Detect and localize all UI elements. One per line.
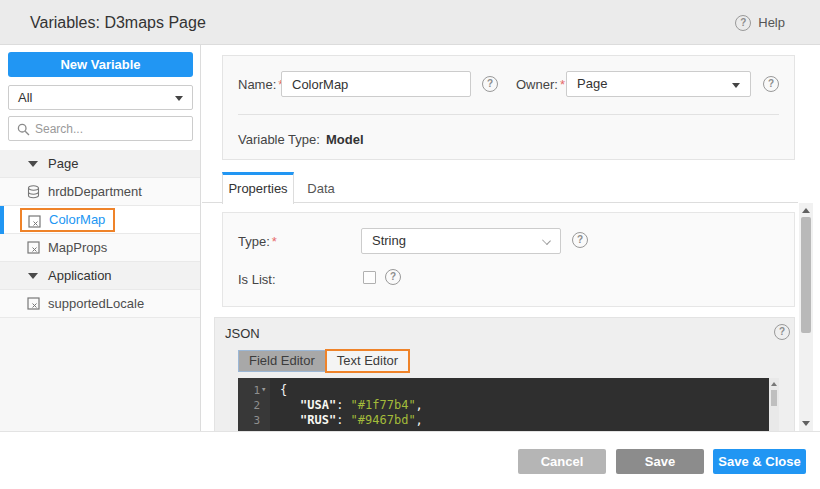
owner-value: Page <box>577 76 607 91</box>
code-line: 3 "RUS": "#9467bd", <box>238 413 779 428</box>
json-value: "#9467bd" <box>351 413 416 427</box>
dropdown-caret-icon <box>175 96 183 101</box>
variable-search <box>8 116 193 141</box>
help-question-icon: ? <box>735 15 751 31</box>
tree-group-label: Page <box>48 150 78 177</box>
type-value: String <box>372 233 406 248</box>
name-input[interactable] <box>281 71 471 97</box>
tree-group-label: Application <box>48 262 112 289</box>
tree-item-label: ColorMap <box>49 210 105 230</box>
model-variable-icon <box>28 215 41 228</box>
editor-scrollbar-thumb <box>771 390 777 406</box>
service-variable-icon <box>27 185 40 199</box>
cancel-button[interactable]: Cancel <box>518 449 606 474</box>
tree-item-mapprops[interactable]: MapProps <box>0 234 200 262</box>
tab-data[interactable]: Data <box>298 175 344 203</box>
tree-item-label: hrdbDepartment <box>48 178 142 205</box>
name-label: Name:* <box>238 77 283 92</box>
sidebar-filters: New Variable All <box>0 45 200 150</box>
json-value: "#1f77b4" <box>351 398 416 412</box>
editor-mode-toggle: Field Editor Text Editor <box>238 350 409 372</box>
owner-help-icon[interactable]: ? <box>763 76 779 92</box>
variable-type-label: Variable Type: <box>238 132 320 147</box>
code-line: 2 "USA": "#1f77b4", <box>238 398 779 413</box>
tree-item-hrdbdepartment[interactable]: hrdbDepartment <box>0 178 200 206</box>
line-number: 3 <box>238 413 260 428</box>
detail-tabbar: Properties Data <box>202 172 798 203</box>
selected-indicator-bar <box>0 206 4 234</box>
variable-type-value: Model <box>326 132 364 147</box>
page-title: Variables: D3maps Page <box>30 0 206 45</box>
line-number: 2 <box>238 398 260 413</box>
variables-dialog: Variables: D3maps Page ? Help New Variab… <box>0 0 820 489</box>
chevron-down-icon <box>542 236 551 245</box>
fold-caret-icon[interactable]: ▾ <box>261 382 266 397</box>
collapse-triangle-icon <box>28 161 38 167</box>
variable-filter-dropdown[interactable]: All <box>8 85 193 110</box>
card-divider <box>238 114 779 115</box>
variable-filter-value: All <box>18 90 32 105</box>
collapse-triangle-icon <box>28 273 38 279</box>
tree-group-page[interactable]: Page <box>0 150 200 178</box>
scroll-up-icon <box>802 208 810 213</box>
properties-panel: Type:* String ? Is List: ? <box>222 212 795 307</box>
dropdown-caret-icon <box>732 83 740 88</box>
dialog-footer: Cancel Save Save & Close <box>0 431 820 489</box>
tree-item-colormap[interactable]: ColorMap <box>0 206 200 234</box>
variable-detail-panel: Name:* ? Owner:* Page ? Variable Type: M… <box>202 45 820 431</box>
owner-dropdown[interactable]: Page <box>566 71 751 97</box>
annotation-highlight-colormap: ColorMap <box>20 208 115 232</box>
text-editor-button-highlighted[interactable]: Text Editor <box>325 349 410 373</box>
variable-summary-card: Name:* ? Owner:* Page ? Variable Type: M… <box>222 55 795 160</box>
variables-tree: Page hrdbDepartment ColorMap <box>0 150 200 318</box>
save-and-close-button[interactable]: Save & Close <box>713 449 806 474</box>
required-asterisk: * <box>272 234 277 249</box>
required-asterisk: * <box>560 77 565 92</box>
type-dropdown[interactable]: String <box>361 228 561 254</box>
tree-item-label: supportedLocale <box>48 290 144 317</box>
help-button[interactable]: ? Help <box>735 0 785 45</box>
editor-scrollbar[interactable] <box>769 378 779 431</box>
json-code-editor[interactable]: 1 ▾ { 2 "USA": "#1f77b4", 3 "RUS": "#946… <box>238 378 779 431</box>
json-key: "RUS" <box>300 413 336 427</box>
field-editor-button[interactable]: Field Editor <box>239 351 326 371</box>
json-section: JSON ? Field Editor Text Editor 1 ▾ { 2 … <box>214 317 795 431</box>
json-section-title: JSON <box>225 326 260 341</box>
detail-scrollbar-thumb <box>801 217 811 333</box>
model-variable-icon <box>27 241 40 254</box>
is-list-label: Is List: <box>238 272 276 287</box>
type-help-icon[interactable]: ? <box>572 232 588 248</box>
model-variable-icon <box>27 297 40 310</box>
dialog-header: Variables: D3maps Page ? Help <box>0 0 820 45</box>
is-list-checkbox[interactable] <box>363 271 376 284</box>
owner-label: Owner:* <box>516 77 565 92</box>
new-variable-button[interactable]: New Variable <box>8 52 193 77</box>
json-key: "USA" <box>300 398 336 412</box>
code-text: { <box>280 383 287 398</box>
tree-group-application[interactable]: Application <box>0 262 200 290</box>
scroll-down-icon <box>802 421 810 426</box>
search-input[interactable] <box>35 118 187 139</box>
tab-properties[interactable]: Properties <box>222 172 294 204</box>
tree-item-label: MapProps <box>48 234 107 261</box>
scroll-up-icon <box>771 382 777 386</box>
help-label: Help <box>758 15 785 30</box>
line-number: 1 <box>238 383 260 398</box>
tree-item-supportedlocale[interactable]: supportedLocale <box>0 290 200 318</box>
type-label: Type:* <box>238 234 277 249</box>
json-help-icon[interactable]: ? <box>774 324 790 340</box>
variables-sidebar: New Variable All Page <box>0 45 201 431</box>
is-list-help-icon[interactable]: ? <box>385 269 401 285</box>
name-help-icon[interactable]: ? <box>482 76 498 92</box>
save-button[interactable]: Save <box>616 449 704 474</box>
code-line: 1 ▾ { <box>238 383 779 398</box>
detail-scrollbar[interactable] <box>799 203 813 431</box>
search-icon <box>17 123 30 136</box>
